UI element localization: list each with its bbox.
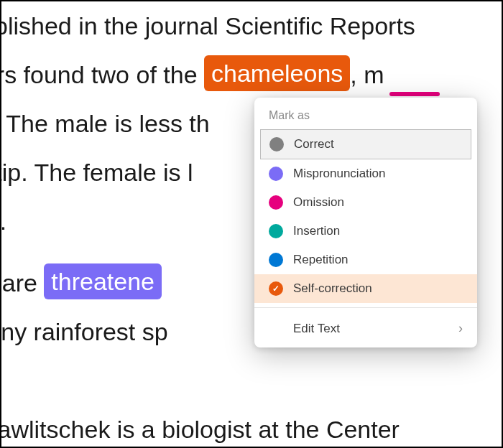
menu-label: Edit Text (293, 322, 340, 336)
text-fragment: . The male is less th (1, 110, 210, 137)
dot-icon (269, 195, 283, 210)
highlighted-word-chameleons[interactable]: chameleons (204, 55, 350, 91)
popover-header: Mark as (254, 106, 477, 129)
text-fragment: blished in the journal Scientific Report… (1, 12, 415, 39)
mark-correct-option[interactable]: Correct (260, 129, 471, 159)
dot-icon (269, 137, 284, 151)
check-icon: ✓ (269, 281, 283, 296)
dot-icon (269, 253, 283, 267)
text-fragment: many rainforest sp (1, 318, 168, 345)
mark-omission-option[interactable]: Omission (254, 188, 477, 217)
omission-marker[interactable] (389, 92, 440, 96)
menu-label: Repetition (293, 253, 349, 267)
menu-label: Omission (293, 195, 344, 210)
text-fragment: rtip. The female is l (1, 159, 193, 186)
text-line: Hawlitschek is a biologist at the Center (1, 405, 502, 447)
menu-label: Correct (294, 137, 334, 151)
text-line: blished in the journal Scientific Report… (1, 1, 502, 50)
text-fragment: Hawlitschek is a biologist at the Center (1, 416, 400, 443)
text-fragment: leons are (1, 269, 44, 297)
mark-self-correction-option[interactable]: ✓ Self-correction (254, 274, 477, 303)
menu-label: Mispronunciation (293, 167, 386, 181)
dot-icon (269, 167, 283, 181)
text-fragment: ng. (1, 207, 6, 235)
mark-as-popover: Mark as Correct Mispronunciation Omissio… (254, 98, 477, 347)
menu-label: Self-correction (293, 281, 372, 296)
text-fragment: chers found two of the (1, 61, 204, 88)
text-fragment: , m (350, 61, 384, 88)
dot-icon (269, 224, 283, 238)
mark-insertion-option[interactable]: Insertion (254, 217, 477, 246)
mark-repetition-option[interactable]: Repetition (254, 246, 477, 274)
menu-label: Insertion (293, 224, 340, 238)
highlighted-word-threatene[interactable]: threatene (44, 263, 162, 299)
divider (254, 307, 477, 308)
mark-mispronunciation-option[interactable]: Mispronunciation (254, 159, 477, 188)
chevron-right-icon: › (458, 321, 463, 336)
edit-text-option[interactable]: Edit Text › (254, 312, 477, 345)
